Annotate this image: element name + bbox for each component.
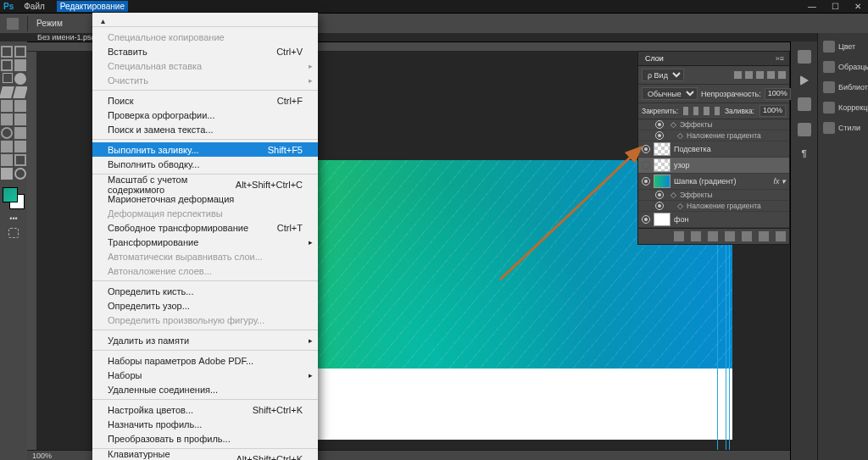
delete-layer-icon[interactable] [776, 231, 786, 241]
group-icon[interactable] [742, 231, 752, 241]
window-minimize-button[interactable]: — [804, 2, 820, 11]
tool-move[interactable] [1, 46, 13, 58]
filter-icon[interactable] [745, 71, 753, 79]
tool-crop[interactable] [1, 73, 13, 85]
tool-blur[interactable] [1, 127, 13, 139]
panel-icon-actions[interactable] [800, 75, 809, 86]
menu-item-auto-align[interactable]: Автоматически выравнивать слои... [92, 249, 318, 263]
layer-thumbnail[interactable] [654, 142, 670, 156]
menu-item-content-aware-scale[interactable]: Масштаб с учетом содержимогоAlt+Shift+Ct… [92, 177, 318, 191]
visibility-toggle[interactable] [642, 161, 650, 169]
window-maximize-button[interactable]: ☐ [828, 2, 843, 11]
panel-menu-icon[interactable]: »≡ [771, 52, 789, 65]
toolbar-more[interactable]: ••• [9, 214, 17, 223]
visibility-toggle[interactable] [655, 191, 664, 199]
lock-position-icon[interactable] [704, 107, 709, 115]
lock-transparent-icon[interactable] [683, 107, 688, 115]
tab-styles[interactable]: Стили [818, 118, 868, 138]
menu-item-presets[interactable]: Наборы [92, 368, 318, 382]
zoom-level[interactable]: 100% [32, 452, 52, 460]
layer-effect-row[interactable]: ◇ Наложение градиента [638, 130, 789, 141]
tool-hand[interactable] [1, 168, 13, 180]
menu-item-define-pattern[interactable]: Определить узор... [92, 298, 318, 313]
tool-healing[interactable] [0, 86, 14, 98]
tool-gradient[interactable] [14, 114, 26, 125]
visibility-toggle[interactable] [655, 202, 664, 210]
menu-item-pdf-presets[interactable]: Наборы параметров Adobe PDF... [92, 353, 318, 368]
tab-color[interactable]: Цвет [818, 36, 868, 57]
quick-mask-toggle[interactable] [8, 228, 19, 238]
tool-stamp[interactable] [1, 100, 13, 112]
fill-field[interactable]: 100% [760, 105, 786, 117]
menu-item-convert-profile[interactable]: Преобразовать в профиль... [92, 431, 318, 446]
tab-libraries[interactable]: Библиотеки [818, 77, 868, 97]
tool-type[interactable] [14, 141, 26, 152]
panel-icon-character[interactable] [798, 123, 811, 136]
menu-edit[interactable]: Редактирование [57, 1, 128, 12]
lock-paint-icon[interactable] [693, 107, 698, 115]
tool-path[interactable] [1, 154, 13, 166]
menu-item-copy-special[interactable]: Специальное копирование [92, 30, 318, 44]
tool-marquee[interactable] [1, 59, 13, 71]
menu-item-puppet-warp[interactable]: Марионеточная деформация [92, 191, 318, 206]
layer-effect-row[interactable]: ◇ Наложение градиента [638, 201, 789, 212]
foreground-color-swatch[interactable] [3, 187, 18, 202]
layer-row[interactable]: узор [638, 158, 789, 174]
menu-item-fill[interactable]: Выполнить заливку...Shift+F5 [92, 142, 318, 157]
menu-file[interactable]: Файл [20, 1, 48, 12]
tab-swatches[interactable]: Образцы [818, 57, 868, 77]
tool-history-brush[interactable] [14, 100, 26, 112]
lock-all-icon[interactable] [715, 107, 720, 115]
panel-icon-history[interactable] [798, 97, 811, 111]
layer-thumbnail[interactable] [654, 158, 670, 172]
menu-item-spellcheck[interactable]: Проверка орфографии... [92, 108, 318, 122]
menu-item-free-transform[interactable]: Свободное трансформированиеCtrl+T [92, 220, 318, 235]
tab-layers[interactable]: Слои [638, 52, 670, 65]
layer-effect-row[interactable]: ◇ Эффекты [638, 119, 789, 130]
layer-row[interactable]: Шапка (градиент) fx ▾ [638, 174, 789, 190]
window-close-button[interactable]: ✕ [851, 2, 865, 11]
layer-row[interactable]: Подсветка [638, 141, 789, 158]
menu-item-define-shape[interactable]: Определить произвольную фигуру... [92, 313, 318, 327]
menu-item-auto-blend[interactable]: Автоналожение слоев... [92, 263, 318, 278]
filter-icon[interactable] [778, 71, 786, 79]
menu-item-paste-special[interactable]: Специальная вставка [92, 58, 318, 73]
menu-item-stroke[interactable]: Выполнить обводку... [92, 157, 318, 171]
layer-thumbnail[interactable] [654, 213, 670, 226]
tool-eraser[interactable] [1, 114, 13, 125]
layer-name[interactable]: узор [674, 161, 690, 169]
filter-icon[interactable] [734, 71, 742, 79]
fx-badge[interactable]: fx ▾ [773, 177, 786, 186]
menu-item-transform[interactable]: Трансформирование [92, 235, 318, 249]
visibility-toggle[interactable] [642, 145, 650, 153]
menu-item-keyboard-shortcuts[interactable]: Клавиатурные сокращения...Alt+Shift+Ctrl… [92, 452, 318, 460]
menu-item-clear[interactable]: Очистить [92, 73, 318, 87]
tab-adjustments[interactable]: Коррекция [818, 97, 868, 118]
layer-kind-filter[interactable]: ρ Вид [642, 69, 684, 81]
tool-dodge[interactable] [14, 127, 26, 139]
menu-item-purge[interactable]: Удалить из памяти [92, 333, 318, 347]
fx-icon[interactable] [691, 231, 701, 241]
tool-eyedropper[interactable] [14, 73, 26, 85]
visibility-toggle[interactable] [655, 120, 664, 129]
blend-mode-select[interactable]: Обычные [642, 87, 698, 100]
visibility-toggle[interactable] [655, 131, 664, 140]
menu-item-remote-connections[interactable]: Удаленные соединения... [92, 382, 318, 396]
layer-name[interactable]: фон [674, 215, 688, 224]
layer-name[interactable]: Подсветка [674, 145, 711, 153]
menu-item-perspective-warp[interactable]: Деформация перспективы [92, 206, 318, 220]
foreground-background-swatches[interactable] [3, 187, 25, 209]
menu-item-define-brush[interactable]: Определить кисть... [92, 284, 318, 298]
tool-brush[interactable] [13, 86, 28, 98]
tool-zoom[interactable] [14, 168, 26, 180]
panel-icon-properties[interactable] [798, 50, 811, 64]
mask-icon[interactable] [708, 231, 718, 241]
opacity-field[interactable]: 100% [765, 88, 791, 100]
tool-lasso[interactable] [14, 59, 26, 71]
layer-name[interactable]: Шапка (градиент) [674, 177, 736, 186]
visibility-toggle[interactable] [642, 215, 650, 224]
visibility-toggle[interactable] [642, 177, 650, 186]
filter-icon[interactable] [756, 71, 764, 79]
menu-item-paste[interactable]: ВставитьCtrl+V [92, 44, 318, 58]
tool-pen[interactable] [1, 141, 13, 152]
